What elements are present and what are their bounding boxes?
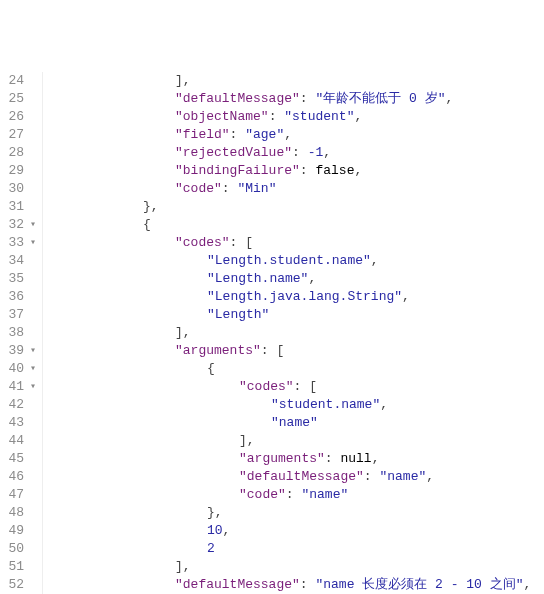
token-str: "name"	[271, 415, 318, 430]
line-number: 36	[4, 288, 24, 306]
code-line[interactable]: "codes": [	[47, 378, 544, 396]
line-number: 25	[4, 90, 24, 108]
token-bool: false	[315, 163, 354, 178]
gutter-line: 41▾	[4, 378, 36, 396]
token-punc: ,	[284, 127, 292, 142]
code-line[interactable]: "Length.name",	[47, 270, 544, 288]
token-punc: ,	[402, 289, 410, 304]
code-area[interactable]: ],"defaultMessage": "年龄不能低于 0 岁","object…	[43, 72, 544, 594]
gutter-line: 34	[4, 252, 36, 270]
token-punc: ,	[354, 163, 362, 178]
gutter-line: 50	[4, 540, 36, 558]
token-key: "rejectedValue"	[175, 145, 292, 160]
token-punc: :	[222, 181, 238, 196]
gutter-line: 27	[4, 126, 36, 144]
token-num: -1	[308, 145, 324, 160]
line-number: 26	[4, 108, 24, 126]
token-punc: ,	[372, 451, 380, 466]
token-punc: :	[300, 577, 316, 592]
token-str: "Length.name"	[207, 271, 308, 286]
token-key: "codes"	[175, 235, 230, 250]
fold-toggle-icon[interactable]: ▾	[26, 216, 36, 234]
token-punc: :	[230, 127, 246, 142]
line-number: 38	[4, 324, 24, 342]
gutter-line: 33▾	[4, 234, 36, 252]
code-line[interactable]: "Length.student.name",	[47, 252, 544, 270]
code-line[interactable]: "arguments": null,	[47, 450, 544, 468]
line-number: 47	[4, 486, 24, 504]
code-line[interactable]: "objectName": "student",	[47, 108, 544, 126]
code-line[interactable]: 10,	[47, 522, 544, 540]
token-punc: ,	[426, 469, 434, 484]
token-punc: },	[207, 505, 223, 520]
code-line[interactable]: "Length"	[47, 306, 544, 324]
code-line[interactable]: "defaultMessage": "年龄不能低于 0 岁",	[47, 90, 544, 108]
fold-toggle-icon[interactable]: ▾	[26, 234, 36, 252]
code-line[interactable]: "defaultMessage": "name 长度必须在 2 - 10 之间"…	[47, 576, 544, 594]
code-line[interactable]: "code": "Min"	[47, 180, 544, 198]
gutter-line: 49	[4, 522, 36, 540]
token-key: "objectName"	[175, 109, 269, 124]
code-line[interactable]: ],	[47, 324, 544, 342]
gutter-line: 47	[4, 486, 36, 504]
token-punc: ,	[445, 91, 453, 106]
token-str: "name 长度必须在 2 - 10 之间"	[315, 577, 523, 592]
token-punc: ,	[223, 523, 231, 538]
code-line[interactable]: "codes": [	[47, 234, 544, 252]
token-punc: : [	[261, 343, 284, 358]
code-line[interactable]: },	[47, 504, 544, 522]
line-number: 43	[4, 414, 24, 432]
token-punc: ,	[323, 145, 331, 160]
token-punc: ,	[380, 397, 388, 412]
code-line[interactable]: ],	[47, 558, 544, 576]
token-punc: :	[269, 109, 285, 124]
token-punc: ],	[175, 559, 191, 574]
code-line[interactable]: "arguments": [	[47, 342, 544, 360]
token-punc: : [	[294, 379, 317, 394]
fold-toggle-icon[interactable]: ▾	[26, 360, 36, 378]
fold-toggle-icon[interactable]: ▾	[26, 378, 36, 396]
code-line[interactable]: "defaultMessage": "name",	[47, 468, 544, 486]
code-line[interactable]: "student.name",	[47, 396, 544, 414]
line-number: 30	[4, 180, 24, 198]
token-punc: :	[325, 451, 341, 466]
token-key: "code"	[175, 181, 222, 196]
token-str: "age"	[245, 127, 284, 142]
code-line[interactable]: "rejectedValue": -1,	[47, 144, 544, 162]
line-number: 29	[4, 162, 24, 180]
gutter-line: 43	[4, 414, 36, 432]
gutter-line: 29	[4, 162, 36, 180]
token-punc: ],	[175, 325, 191, 340]
gutter-line: 28	[4, 144, 36, 162]
token-punc: {	[143, 217, 151, 232]
code-line[interactable]: "bindingFailure": false,	[47, 162, 544, 180]
code-line[interactable]: {	[47, 360, 544, 378]
token-str: "Length"	[207, 307, 269, 322]
token-num: 10	[207, 523, 223, 538]
code-line[interactable]: {	[47, 216, 544, 234]
line-number: 44	[4, 432, 24, 450]
line-number: 28	[4, 144, 24, 162]
code-line[interactable]: 2	[47, 540, 544, 558]
token-str: "Length.java.lang.String"	[207, 289, 402, 304]
token-punc: ],	[239, 433, 255, 448]
token-str: "年龄不能低于 0 岁"	[315, 91, 445, 106]
code-line[interactable]: "code": "name"	[47, 486, 544, 504]
gutter-line: 45	[4, 450, 36, 468]
line-number: 49	[4, 522, 24, 540]
fold-toggle-icon[interactable]: ▾	[26, 342, 36, 360]
line-number: 39	[4, 342, 24, 360]
token-str: "student"	[284, 109, 354, 124]
gutter-line: 40▾	[4, 360, 36, 378]
gutter-line: 39▾	[4, 342, 36, 360]
line-number: 33	[4, 234, 24, 252]
token-key: "defaultMessage"	[175, 91, 300, 106]
line-number: 27	[4, 126, 24, 144]
code-line[interactable]: ],	[47, 72, 544, 90]
gutter-line: 30	[4, 180, 36, 198]
code-line[interactable]: "Length.java.lang.String",	[47, 288, 544, 306]
code-line[interactable]: "field": "age",	[47, 126, 544, 144]
code-line[interactable]: },	[47, 198, 544, 216]
code-line[interactable]: "name"	[47, 414, 544, 432]
code-line[interactable]: ],	[47, 432, 544, 450]
